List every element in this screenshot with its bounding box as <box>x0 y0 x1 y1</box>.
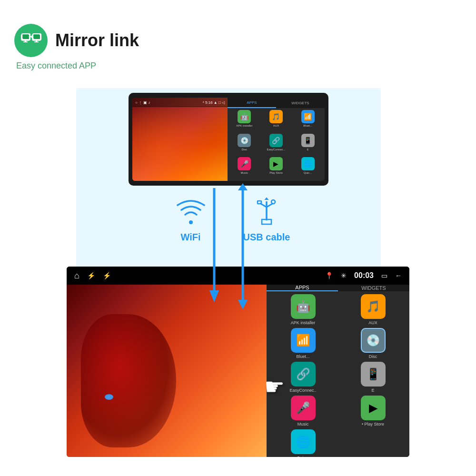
phone-app-aux-icon: 🎵 <box>269 110 283 123</box>
phone-app-extra[interactable]: 📱 E <box>293 134 323 156</box>
car-app-extra[interactable]: 📱 E <box>339 362 407 393</box>
header-section: Mirror link Easy connected APP <box>14 24 139 71</box>
car-app-apk-label: APK installer <box>291 320 316 325</box>
phone-app-disc-icon: 💿 <box>238 134 251 147</box>
car-bluetooth-icon: ✳ <box>341 272 347 279</box>
phone-app-extra-label: E <box>307 148 309 151</box>
phone-app-apk[interactable]: 🤖 APK installer <box>229 110 259 132</box>
car-location-icon: 📍 <box>325 272 333 279</box>
car-status-right: 📍 ✳ 00:03 ▭ ← <box>325 271 402 280</box>
phone-app-bt-label: Bluet... <box>303 124 312 127</box>
svg-rect-13 <box>34 35 40 39</box>
spiderman-figure <box>81 314 176 447</box>
phone-tabs: APPS WIDGETS <box>228 98 325 108</box>
phone-app-quick-label: Quic... <box>304 171 312 174</box>
car-app-playstore[interactable]: ▶ • Play Store <box>339 396 407 426</box>
phone-video: ○ ⋮ ▣ ♪ * 5:16 ▲ □ ◁ <box>132 98 228 181</box>
phone-app-music-label: Music <box>240 171 248 174</box>
phone-apps-panel: APPS WIDGETS 🤖 APK installer 🎵 AUX 📶 Blu… <box>228 98 325 181</box>
car-back-icon: ← <box>395 272 402 279</box>
phone-app-easyconn[interactable]: 🔗 EasyConnec... <box>261 134 291 156</box>
phone-app-disc-label: Disc <box>241 148 247 151</box>
phone-app-apk-icon: 🤖 <box>238 110 251 123</box>
car-app-bt-label: Bluet... <box>296 354 309 359</box>
phone-app-bt-icon: 📶 <box>301 110 315 123</box>
phone-app-playstore-icon: ▶ <box>269 157 283 170</box>
car-app-extra-icon: 📱 <box>361 362 386 387</box>
phone-app-easyconn-label: EasyConnec... <box>267 148 285 151</box>
car-app-easyconn-icon: 🔗 <box>291 362 316 387</box>
phone-app-aux-label: AUX <box>273 124 279 127</box>
car-app-disc-label: Disc <box>369 354 377 359</box>
subtitle: Easy connected APP <box>14 61 139 71</box>
car-app-extra-label: E <box>371 388 374 393</box>
phone-app-aux[interactable]: 🎵 AUX <box>261 110 291 132</box>
car-app-aux[interactable]: 🎵 AUX <box>339 294 407 325</box>
car-time: 00:03 <box>354 271 374 280</box>
car-usb2-icon: ⚡ <box>103 272 111 279</box>
connection-arrows <box>171 183 295 317</box>
svg-rect-12 <box>23 35 29 39</box>
car-app-music-label: Music <box>298 422 309 426</box>
phone-app-quick[interactable]: 🌐 Quic... <box>293 157 323 179</box>
phone-app-apk-label: APK installer <box>236 124 252 127</box>
watermark: es.carmitek.com <box>182 457 294 472</box>
car-status-left: ⌂ ⚡ ⚡ <box>74 271 111 281</box>
car-usb-icon: ⚡ <box>87 272 95 279</box>
phone-apps-grid: 🤖 APK installer 🎵 AUX 📶 Bluet... 💿 Disc <box>228 108 325 181</box>
spiderman-eye <box>105 394 113 400</box>
car-app-music[interactable]: 🎤 Music <box>269 396 337 426</box>
phone-app-bt[interactable]: 📶 Bluet... <box>293 110 323 132</box>
car-app-aux-label: AUX <box>368 320 377 325</box>
car-app-bt-icon: 📶 <box>291 328 316 353</box>
car-app-playstore-label: • Play Store <box>362 422 384 426</box>
phone-device: ○ ⋮ ▣ ♪ * 5:16 ▲ □ ◁ APPS WIDGETS 🤖 APK … <box>129 93 328 186</box>
car-app-quick-icon: 🌐 <box>291 429 316 454</box>
car-app-disc[interactable]: 💿 Disc <box>339 328 407 359</box>
phone-app-disc[interactable]: 💿 Disc <box>229 134 259 156</box>
phone-app-playstore[interactable]: ▶ Play Store <box>261 157 291 179</box>
phone-tab-widgets[interactable]: WIDGETS <box>276 98 325 108</box>
car-app-aux-icon: 🎵 <box>361 294 386 319</box>
car-tab-widgets[interactable]: WIDGETS <box>338 285 409 291</box>
car-home-icon: ⌂ <box>74 271 79 281</box>
svg-rect-7 <box>23 41 28 42</box>
phone-app-extra-icon: 📱 <box>301 134 315 147</box>
phone-app-easyconn-icon: 🔗 <box>269 134 283 147</box>
mirror-link-icon-bg <box>14 24 48 57</box>
car-app-quick-label: Quic... <box>297 456 309 457</box>
mirror-link-icon <box>20 30 41 51</box>
phone-screen: ○ ⋮ ▣ ♪ * 5:16 ▲ □ ◁ APPS WIDGETS 🤖 APK … <box>132 98 325 181</box>
svg-rect-9 <box>34 41 39 42</box>
phone-app-music[interactable]: 🎤 Music <box>229 157 259 179</box>
car-app-playstore-icon: ▶ <box>361 396 386 420</box>
phone-app-playstore-label: Play Store <box>269 171 283 174</box>
car-app-bt[interactable]: 📶 Bluet... <box>269 328 337 359</box>
phone-app-music-icon: 🎤 <box>238 157 251 170</box>
phone-tab-apps[interactable]: APPS <box>228 98 276 108</box>
header-row: Mirror link <box>14 24 139 57</box>
mirror-link-title: Mirror link <box>55 30 139 50</box>
hand-pointer-cursor: ☛ <box>264 373 285 400</box>
car-window-icon: ▭ <box>381 272 387 279</box>
car-app-easyconn-label: EasyConnec.. <box>289 388 316 393</box>
phone-status-bar: ○ ⋮ ▣ ♪ * 5:16 ▲ □ ◁ <box>132 98 228 107</box>
car-app-music-icon: 🎤 <box>291 396 316 420</box>
phone-app-quick-icon: 🌐 <box>301 157 315 170</box>
car-app-disc-icon: 💿 <box>361 328 386 353</box>
car-app-quick[interactable]: 🌐 Quic... <box>269 429 337 457</box>
